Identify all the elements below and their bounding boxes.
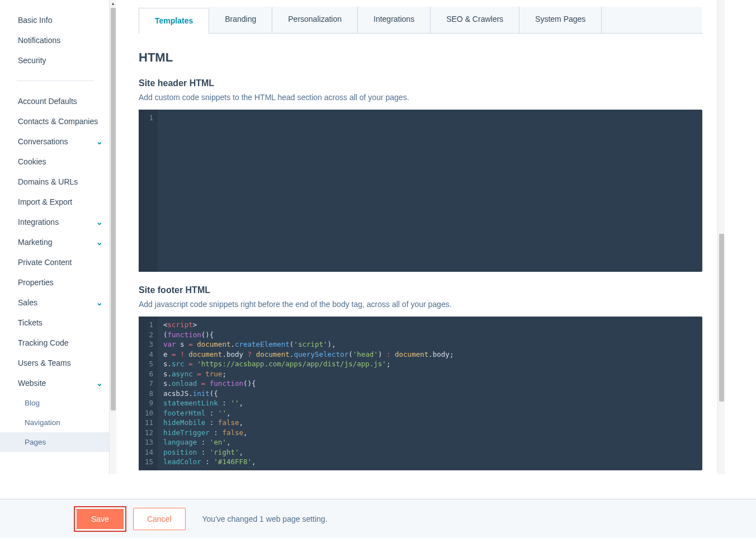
sidebar-label: Private Content: [18, 258, 72, 267]
sidebar-label: Security: [18, 56, 46, 65]
sidebar: Basic Info Notifications Security Accoun…: [0, 0, 116, 474]
sidebar-item-sales[interactable]: Sales⌄: [0, 292, 111, 313]
editor-gutter: 1: [139, 110, 158, 272]
content-scrollbar[interactable]: [717, 0, 725, 474]
sidebar-label: Conversations: [18, 137, 68, 146]
site-footer-desc: Add javascript code snippets right befor…: [139, 300, 702, 309]
sidebar-item-import-export[interactable]: Import & Export: [0, 192, 111, 212]
sidebar-item-notifications[interactable]: Notifications: [0, 30, 111, 50]
cancel-button[interactable]: Cancel: [133, 508, 186, 530]
tab-system-pages[interactable]: System Pages: [519, 7, 602, 33]
line-number: 9: [142, 398, 153, 408]
sidebar-item-cookies[interactable]: Cookies: [0, 152, 111, 172]
sidebar-item-conversations[interactable]: Conversations⌄: [0, 131, 111, 152]
sidebar-item-basic-info[interactable]: Basic Info: [0, 10, 111, 30]
site-header-title: Site header HTML: [139, 78, 702, 88]
line-number: 5: [142, 359, 153, 369]
line-number: 8: [142, 389, 153, 399]
sidebar-item-marketing[interactable]: Marketing⌄: [0, 232, 111, 252]
line-number: 14: [142, 447, 153, 457]
site-header-editor[interactable]: 1: [139, 110, 702, 272]
sidebar-item-account-defaults[interactable]: Account Defaults: [0, 91, 111, 111]
tab-seo-crawlers[interactable]: SEO & Crawlers: [431, 7, 519, 33]
sidebar-label: Sales: [18, 298, 37, 307]
tab-personalization[interactable]: Personalization: [272, 7, 358, 33]
scrollbar-thumb[interactable]: [111, 8, 116, 410]
sidebar-label: Contacts & Companies: [18, 117, 98, 126]
sidebar-label: Navigation: [25, 418, 60, 427]
sidebar-label: Account Defaults: [18, 97, 77, 106]
save-highlight: Save: [74, 506, 126, 532]
tab-bar: Templates Branding Personalization Integ…: [139, 7, 702, 34]
sidebar-subitem-pages[interactable]: Pages: [0, 432, 111, 452]
sidebar-subitem-navigation[interactable]: Navigation: [0, 413, 111, 432]
line-number: 6: [142, 369, 153, 379]
sidebar-label: Website: [18, 379, 46, 388]
site-footer-title: Site footer HTML: [139, 285, 702, 295]
chevron-down-icon: ⌄: [96, 379, 103, 388]
line-number: 3: [142, 339, 153, 350]
sidebar-label: Integrations: [18, 218, 59, 226]
sidebar-item-domains-urls[interactable]: Domains & URLs: [0, 172, 111, 192]
sidebar-label: Blog: [25, 399, 40, 407]
line-number: 7: [142, 379, 153, 389]
chevron-down-icon: ⌄: [96, 298, 103, 307]
editor-code[interactable]: <script>(function(){var s = document.cre…: [158, 317, 459, 470]
sidebar-item-tracking-code[interactable]: Tracking Code: [0, 333, 111, 353]
line-number: 1: [142, 320, 153, 330]
site-header-desc: Add custom code snippets to the HTML hea…: [139, 93, 702, 102]
line-number: 15: [142, 457, 153, 467]
sidebar-item-properties[interactable]: Properties: [0, 272, 111, 292]
line-number: 1: [142, 113, 153, 123]
sidebar-label: Tracking Code: [18, 338, 69, 347]
sidebar-item-tickets[interactable]: Tickets: [0, 313, 111, 333]
site-footer-editor[interactable]: 123456789101112131415 <script>(function(…: [139, 317, 702, 470]
footer-message: You've changed 1 web page setting.: [202, 515, 328, 523]
section-title: HTML: [139, 50, 702, 65]
sidebar-subitem-blog[interactable]: Blog: [0, 393, 111, 413]
line-number: 11: [142, 418, 153, 428]
editor-code[interactable]: [158, 110, 169, 272]
tab-integrations[interactable]: Integrations: [358, 7, 431, 33]
sidebar-label: Marketing: [18, 238, 52, 247]
chevron-down-icon: ⌄: [96, 238, 103, 247]
scroll-up-icon[interactable]: ▲: [110, 0, 116, 7]
sidebar-divider: [17, 81, 94, 81]
sidebar-label: Notifications: [18, 36, 60, 45]
sidebar-label: Domains & URLs: [18, 177, 78, 186]
tab-templates[interactable]: Templates: [139, 7, 209, 34]
chevron-down-icon: ⌄: [96, 218, 103, 226]
chevron-down-icon: ⌄: [96, 137, 103, 146]
sidebar-scrollbar[interactable]: ▲: [109, 0, 116, 474]
sidebar-label: Properties: [18, 278, 54, 287]
sidebar-label: Basic Info: [18, 16, 52, 25]
sidebar-label: Pages: [25, 438, 46, 446]
save-button[interactable]: Save: [77, 509, 124, 529]
sidebar-item-private-content[interactable]: Private Content: [0, 252, 111, 272]
line-number: 4: [142, 350, 153, 360]
sidebar-item-contacts-companies[interactable]: Contacts & Companies: [0, 111, 111, 131]
sidebar-label: Tickets: [18, 318, 42, 327]
scrollbar-thumb[interactable]: [719, 234, 724, 402]
sidebar-item-website[interactable]: Website⌄: [0, 373, 111, 393]
main-content: Templates Branding Personalization Integ…: [116, 0, 725, 474]
sidebar-label: Import & Export: [18, 197, 72, 206]
editor-gutter: 123456789101112131415: [139, 317, 158, 470]
line-number: 13: [142, 437, 153, 447]
sidebar-item-users-teams[interactable]: Users & Teams: [0, 353, 111, 373]
line-number: 10: [142, 408, 153, 418]
sidebar-item-integrations[interactable]: Integrations⌄: [0, 212, 111, 232]
line-number: 2: [142, 330, 153, 340]
sidebar-label: Users & Teams: [18, 358, 71, 367]
sidebar-label: Cookies: [18, 157, 46, 166]
line-number: 12: [142, 428, 153, 438]
sidebar-item-security[interactable]: Security: [0, 50, 111, 70]
tab-branding[interactable]: Branding: [209, 7, 272, 33]
footer-bar: Save Cancel You've changed 1 web page se…: [0, 499, 756, 538]
